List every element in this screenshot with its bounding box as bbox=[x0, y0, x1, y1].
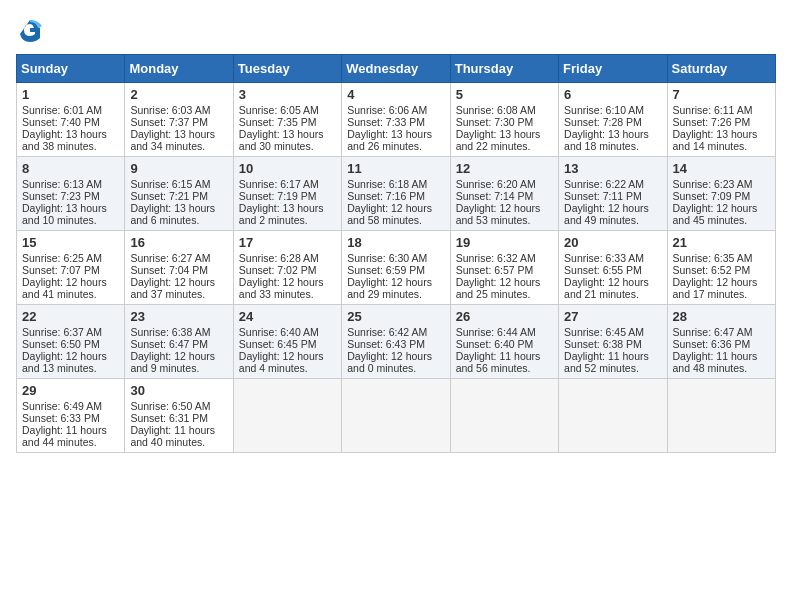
calendar-cell: 10 Sunrise: 6:17 AM Sunset: 7:19 PM Dayl… bbox=[233, 157, 341, 231]
calendar-week-row: 22 Sunrise: 6:37 AM Sunset: 6:50 PM Dayl… bbox=[17, 305, 776, 379]
day-number: 8 bbox=[22, 161, 119, 176]
calendar-cell: 29 Sunrise: 6:49 AM Sunset: 6:33 PM Dayl… bbox=[17, 379, 125, 453]
sunset-label: Sunset: 6:40 PM bbox=[456, 338, 534, 350]
daylight-label: Daylight: 12 hours and 33 minutes. bbox=[239, 276, 324, 300]
daylight-label: Daylight: 13 hours and 38 minutes. bbox=[22, 128, 107, 152]
daylight-label: Daylight: 12 hours and 29 minutes. bbox=[347, 276, 432, 300]
sunset-label: Sunset: 7:04 PM bbox=[130, 264, 208, 276]
sunrise-label: Sunrise: 6:13 AM bbox=[22, 178, 102, 190]
day-number: 27 bbox=[564, 309, 661, 324]
sunset-label: Sunset: 7:21 PM bbox=[130, 190, 208, 202]
daylight-label: Daylight: 11 hours and 40 minutes. bbox=[130, 424, 215, 448]
calendar-cell: 30 Sunrise: 6:50 AM Sunset: 6:31 PM Dayl… bbox=[125, 379, 233, 453]
day-number: 11 bbox=[347, 161, 444, 176]
sunrise-label: Sunrise: 6:50 AM bbox=[130, 400, 210, 412]
page-header bbox=[16, 16, 776, 44]
sunrise-label: Sunrise: 6:01 AM bbox=[22, 104, 102, 116]
day-number: 30 bbox=[130, 383, 227, 398]
calendar-cell: 13 Sunrise: 6:22 AM Sunset: 7:11 PM Dayl… bbox=[559, 157, 667, 231]
daylight-label: Daylight: 13 hours and 14 minutes. bbox=[673, 128, 758, 152]
calendar-cell bbox=[342, 379, 450, 453]
daylight-label: Daylight: 11 hours and 48 minutes. bbox=[673, 350, 758, 374]
sunset-label: Sunset: 6:33 PM bbox=[22, 412, 100, 424]
day-number: 13 bbox=[564, 161, 661, 176]
day-number: 18 bbox=[347, 235, 444, 250]
sunrise-label: Sunrise: 6:20 AM bbox=[456, 178, 536, 190]
daylight-label: Daylight: 12 hours and 58 minutes. bbox=[347, 202, 432, 226]
calendar-cell: 26 Sunrise: 6:44 AM Sunset: 6:40 PM Dayl… bbox=[450, 305, 558, 379]
sunset-label: Sunset: 7:07 PM bbox=[22, 264, 100, 276]
sunrise-label: Sunrise: 6:49 AM bbox=[22, 400, 102, 412]
calendar-week-row: 1 Sunrise: 6:01 AM Sunset: 7:40 PM Dayli… bbox=[17, 83, 776, 157]
sunrise-label: Sunrise: 6:10 AM bbox=[564, 104, 644, 116]
sunset-label: Sunset: 7:16 PM bbox=[347, 190, 425, 202]
daylight-label: Daylight: 12 hours and 53 minutes. bbox=[456, 202, 541, 226]
sunrise-label: Sunrise: 6:06 AM bbox=[347, 104, 427, 116]
sunrise-label: Sunrise: 6:25 AM bbox=[22, 252, 102, 264]
sunrise-label: Sunrise: 6:32 AM bbox=[456, 252, 536, 264]
sunset-label: Sunset: 6:52 PM bbox=[673, 264, 751, 276]
day-number: 3 bbox=[239, 87, 336, 102]
day-header-sunday: Sunday bbox=[17, 55, 125, 83]
day-header-saturday: Saturday bbox=[667, 55, 775, 83]
sunrise-label: Sunrise: 6:30 AM bbox=[347, 252, 427, 264]
day-number: 21 bbox=[673, 235, 770, 250]
sunset-label: Sunset: 6:50 PM bbox=[22, 338, 100, 350]
calendar-cell: 20 Sunrise: 6:33 AM Sunset: 6:55 PM Dayl… bbox=[559, 231, 667, 305]
daylight-label: Daylight: 13 hours and 10 minutes. bbox=[22, 202, 107, 226]
sunset-label: Sunset: 7:11 PM bbox=[564, 190, 642, 202]
daylight-label: Daylight: 11 hours and 56 minutes. bbox=[456, 350, 541, 374]
calendar-table: SundayMondayTuesdayWednesdayThursdayFrid… bbox=[16, 54, 776, 453]
day-number: 2 bbox=[130, 87, 227, 102]
sunrise-label: Sunrise: 6:22 AM bbox=[564, 178, 644, 190]
calendar-cell: 4 Sunrise: 6:06 AM Sunset: 7:33 PM Dayli… bbox=[342, 83, 450, 157]
sunrise-label: Sunrise: 6:28 AM bbox=[239, 252, 319, 264]
daylight-label: Daylight: 12 hours and 4 minutes. bbox=[239, 350, 324, 374]
calendar-week-row: 29 Sunrise: 6:49 AM Sunset: 6:33 PM Dayl… bbox=[17, 379, 776, 453]
calendar-cell: 7 Sunrise: 6:11 AM Sunset: 7:26 PM Dayli… bbox=[667, 83, 775, 157]
day-number: 20 bbox=[564, 235, 661, 250]
daylight-label: Daylight: 13 hours and 6 minutes. bbox=[130, 202, 215, 226]
day-number: 24 bbox=[239, 309, 336, 324]
day-number: 14 bbox=[673, 161, 770, 176]
day-header-monday: Monday bbox=[125, 55, 233, 83]
day-number: 26 bbox=[456, 309, 553, 324]
sunset-label: Sunset: 6:57 PM bbox=[456, 264, 534, 276]
calendar-cell bbox=[233, 379, 341, 453]
sunrise-label: Sunrise: 6:45 AM bbox=[564, 326, 644, 338]
day-number: 23 bbox=[130, 309, 227, 324]
sunset-label: Sunset: 7:09 PM bbox=[673, 190, 751, 202]
daylight-label: Daylight: 12 hours and 37 minutes. bbox=[130, 276, 215, 300]
calendar-cell: 2 Sunrise: 6:03 AM Sunset: 7:37 PM Dayli… bbox=[125, 83, 233, 157]
sunrise-label: Sunrise: 6:44 AM bbox=[456, 326, 536, 338]
calendar-week-row: 8 Sunrise: 6:13 AM Sunset: 7:23 PM Dayli… bbox=[17, 157, 776, 231]
daylight-label: Daylight: 12 hours and 25 minutes. bbox=[456, 276, 541, 300]
sunrise-label: Sunrise: 6:35 AM bbox=[673, 252, 753, 264]
day-number: 10 bbox=[239, 161, 336, 176]
day-number: 28 bbox=[673, 309, 770, 324]
day-number: 16 bbox=[130, 235, 227, 250]
sunrise-label: Sunrise: 6:37 AM bbox=[22, 326, 102, 338]
sunset-label: Sunset: 6:43 PM bbox=[347, 338, 425, 350]
sunrise-label: Sunrise: 6:17 AM bbox=[239, 178, 319, 190]
calendar-cell: 25 Sunrise: 6:42 AM Sunset: 6:43 PM Dayl… bbox=[342, 305, 450, 379]
calendar-cell: 9 Sunrise: 6:15 AM Sunset: 7:21 PM Dayli… bbox=[125, 157, 233, 231]
calendar-cell: 8 Sunrise: 6:13 AM Sunset: 7:23 PM Dayli… bbox=[17, 157, 125, 231]
calendar-cell: 3 Sunrise: 6:05 AM Sunset: 7:35 PM Dayli… bbox=[233, 83, 341, 157]
calendar-cell: 1 Sunrise: 6:01 AM Sunset: 7:40 PM Dayli… bbox=[17, 83, 125, 157]
day-number: 4 bbox=[347, 87, 444, 102]
sunset-label: Sunset: 6:55 PM bbox=[564, 264, 642, 276]
calendar-cell: 23 Sunrise: 6:38 AM Sunset: 6:47 PM Dayl… bbox=[125, 305, 233, 379]
calendar-cell: 16 Sunrise: 6:27 AM Sunset: 7:04 PM Dayl… bbox=[125, 231, 233, 305]
sunrise-label: Sunrise: 6:08 AM bbox=[456, 104, 536, 116]
daylight-label: Daylight: 12 hours and 49 minutes. bbox=[564, 202, 649, 226]
daylight-label: Daylight: 12 hours and 21 minutes. bbox=[564, 276, 649, 300]
sunrise-label: Sunrise: 6:15 AM bbox=[130, 178, 210, 190]
sunset-label: Sunset: 6:59 PM bbox=[347, 264, 425, 276]
sunrise-label: Sunrise: 6:11 AM bbox=[673, 104, 753, 116]
sunrise-label: Sunrise: 6:18 AM bbox=[347, 178, 427, 190]
daylight-label: Daylight: 13 hours and 26 minutes. bbox=[347, 128, 432, 152]
logo bbox=[16, 16, 46, 44]
calendar-cell: 17 Sunrise: 6:28 AM Sunset: 7:02 PM Dayl… bbox=[233, 231, 341, 305]
daylight-label: Daylight: 12 hours and 41 minutes. bbox=[22, 276, 107, 300]
